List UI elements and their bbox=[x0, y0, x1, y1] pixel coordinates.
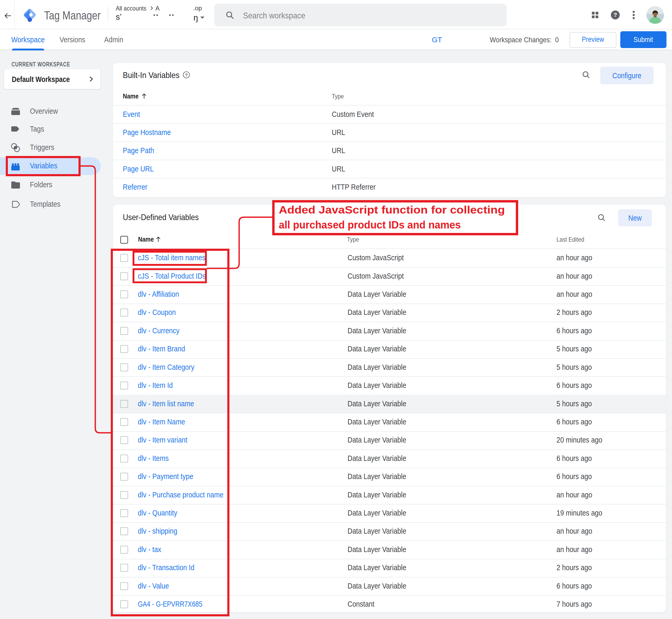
svg-text:?: ? bbox=[613, 11, 617, 18]
svg-text:?: ? bbox=[185, 73, 188, 78]
